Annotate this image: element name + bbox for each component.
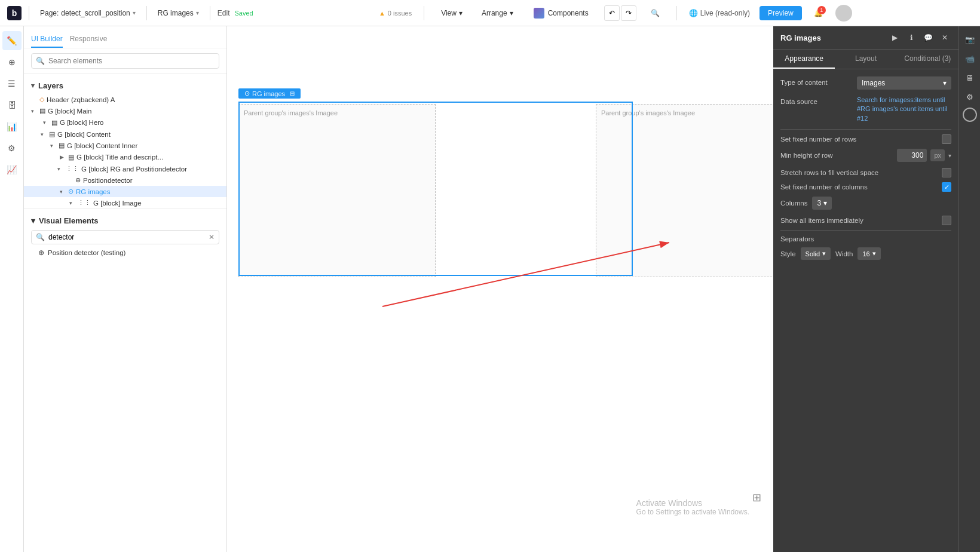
layer-toggle-icon[interactable]: ▾ — [69, 200, 78, 206]
sep4 — [424, 6, 424, 20]
search-input[interactable] — [31, 53, 219, 69]
left-panel: UI Builder Responsive 🔍 ▾ Layers ◇ Heade… — [24, 26, 227, 552]
visual-search-input[interactable] — [31, 230, 219, 244]
rp-play-icon[interactable]: ▶ — [888, 31, 901, 44]
rp-info-icon[interactable]: ℹ — [905, 31, 918, 44]
rg-images-selector[interactable]: RG images ▾ — [154, 7, 203, 20]
rp-tab-conditional[interactable]: Conditional (3) — [897, 50, 958, 69]
layer-g-image[interactable]: ▾ ⋮⋮ G [block] Image — [24, 197, 226, 208]
avatar[interactable] — [835, 5, 852, 22]
tab-responsive[interactable]: Responsive — [70, 31, 108, 48]
layer-toggle-icon[interactable]: ▾ — [41, 131, 49, 137]
sidebar-data-icon[interactable]: ⊕ — [2, 53, 22, 72]
separators-label: Separators — [780, 235, 951, 243]
layers-toggle-icon[interactable]: ▾ — [31, 82, 35, 90]
layer-toggle-icon[interactable]: ▾ — [60, 189, 68, 195]
layer-toggle-icon[interactable]: ▾ — [31, 108, 39, 114]
sidebar-settings-icon[interactable]: ⚙ — [2, 139, 22, 158]
grid-icon[interactable]: ⊞ — [752, 491, 761, 504]
undo-button[interactable]: ↶ — [604, 5, 620, 21]
layer-g-hero[interactable]: ▾ ▤ G [block] Hero ⊡⊡ — [24, 116, 226, 128]
min-height-unit[interactable]: px — [930, 149, 945, 161]
live-badge[interactable]: 🌐 Live (read-only) — [689, 9, 750, 17]
rp-tab-layout[interactable]: Layout — [835, 50, 896, 69]
sidebar-chart-icon[interactable]: 📊 — [2, 117, 22, 136]
layer-rg-images[interactable]: ▾ ⊙ RG images — [24, 186, 226, 197]
layer-header[interactable]: ◇ Header (zqbackend) A — [24, 94, 226, 105]
type-of-content-select[interactable]: Images ▾ — [857, 76, 951, 90]
visual-search-wrapper: 🔍 ✕ — [31, 230, 219, 244]
main-layout: ✏️ ⊕ ☰ 🗄 📊 ⚙ 📈 UI Builder Responsive 🔍 ▾… — [0, 26, 980, 552]
page-name: detect_scroll_position — [61, 9, 130, 17]
rp-content: Type of content Images ▾ Data source Sea… — [773, 69, 958, 552]
panel-tabs: UI Builder Responsive — [24, 26, 226, 48]
sidebar-ui-icon[interactable]: ✏️ — [2, 31, 22, 50]
layer-toggle-icon[interactable]: ▾ — [43, 119, 51, 125]
g-image-icon: ⋮⋮ — [78, 199, 91, 207]
sidebar-db-icon[interactable]: 🗄 — [2, 96, 22, 115]
sidebar-analytics-icon[interactable]: 📈 — [2, 160, 22, 179]
layer-name: G [block] RG and Postitiondetector — [81, 165, 226, 173]
micro-monitor-icon[interactable]: 🖥 — [961, 69, 978, 86]
visual-toggle-icon[interactable]: ▾ — [31, 216, 35, 225]
fixed-rows-checkbox[interactable] — [942, 134, 951, 144]
min-height-input[interactable] — [897, 149, 927, 162]
show-all-checkbox[interactable] — [942, 216, 951, 225]
data-source-link[interactable]: Search for imagess:items until #RG image… — [857, 96, 951, 123]
search-bar: 🔍 — [24, 48, 226, 74]
arrange-button[interactable]: Arrange ▾ — [477, 7, 518, 20]
layer-g-title[interactable]: ▶ ▤ G [block] Title and descript... ⊡⊡ — [24, 151, 226, 163]
fixed-rows-label: Set fixed number of rows — [780, 136, 856, 143]
notification-badge[interactable]: 🔔 1 — [811, 6, 826, 20]
search-button[interactable]: 🔍 — [646, 7, 664, 20]
micro-camera-icon[interactable]: 📷 — [961, 31, 978, 48]
layer-g-content[interactable]: ▾ ▤ G [block] Content — [24, 128, 226, 140]
layer-g-content-inner[interactable]: ▾ ▤ G [block] Content Inner — [24, 140, 226, 151]
micro-video-icon[interactable]: 📹 — [961, 50, 978, 67]
rg-cell-left: Parent group's images's Imagee — [238, 104, 436, 277]
style-value: Solid — [806, 250, 820, 257]
layer-toggle-icon[interactable]: ▾ — [50, 143, 59, 149]
rp-close-icon[interactable]: ✕ — [938, 31, 951, 44]
warning-icon: ▲ — [379, 10, 385, 17]
logo[interactable]: b — [7, 6, 22, 20]
rp-chat-icon[interactable]: 💬 — [921, 31, 935, 44]
tab-ui-builder[interactable]: UI Builder — [31, 31, 63, 48]
preview-button[interactable]: Preview — [760, 6, 802, 20]
canvas-area[interactable]: Parent group's images's Imagee Parent gr… — [227, 26, 773, 552]
g-main-icon: ▤ — [39, 107, 45, 115]
components-button[interactable]: Components — [528, 5, 595, 21]
search-wrapper: 🔍 — [31, 53, 219, 69]
columns-chevron-icon: ▾ — [823, 199, 827, 207]
redo-button[interactable]: ↷ — [621, 5, 636, 21]
style-select[interactable]: Solid ▾ — [801, 247, 831, 260]
min-height-unit-chevron-icon[interactable]: ▾ — [948, 152, 951, 159]
edit-button[interactable]: Edit — [218, 9, 230, 17]
layer-posdetector[interactable]: ⊕ Positiondetector — [24, 174, 226, 186]
cell-text-right: Parent group's images's Imagee — [596, 105, 773, 121]
rp-tab-appearance[interactable]: Appearance — [773, 50, 835, 69]
rp-title: RG images — [780, 33, 821, 42]
style-label: Style — [780, 250, 796, 257]
stretch-rows-checkbox[interactable] — [942, 168, 951, 177]
layer-toggle-icon[interactable]: ▶ — [60, 154, 68, 160]
rg-selection-badge[interactable]: ⊙ RG images ⊟ — [238, 88, 301, 99]
layer-g-rg[interactable]: ▾ ⋮⋮ G [block] RG and Postitiondetector — [24, 163, 226, 174]
columns-select[interactable]: 3 ▾ — [812, 197, 832, 210]
micro-settings-icon[interactable]: ⚙ — [961, 88, 978, 105]
view-button[interactable]: View ▾ — [436, 7, 467, 20]
width-select[interactable]: 16 ▾ — [858, 247, 880, 260]
micro-circle-icon[interactable] — [963, 108, 977, 122]
detector-item[interactable]: ⊕ Position detector (testing) — [24, 247, 226, 259]
clear-search-icon[interactable]: ✕ — [209, 233, 215, 241]
page-selector[interactable]: Page: detect_scroll_position ▾ — [36, 7, 139, 20]
visual-elements-title: Visual Elements — [39, 216, 98, 225]
sidebar-list-icon[interactable]: ☰ — [2, 74, 22, 93]
layer-g-main[interactable]: ▾ ▤ G [block] Main — [24, 105, 226, 116]
rp-tabs: Appearance Layout Conditional (3) — [773, 50, 958, 69]
layer-toggle-icon[interactable]: ▾ — [57, 166, 66, 172]
show-all-row: Show all items immediately — [780, 216, 951, 225]
rg-images-icon: ⊙ — [68, 188, 74, 195]
fixed-cols-checkbox[interactable]: ✓ — [942, 182, 951, 192]
issues-badge[interactable]: ▲ 0 issues — [379, 10, 412, 17]
